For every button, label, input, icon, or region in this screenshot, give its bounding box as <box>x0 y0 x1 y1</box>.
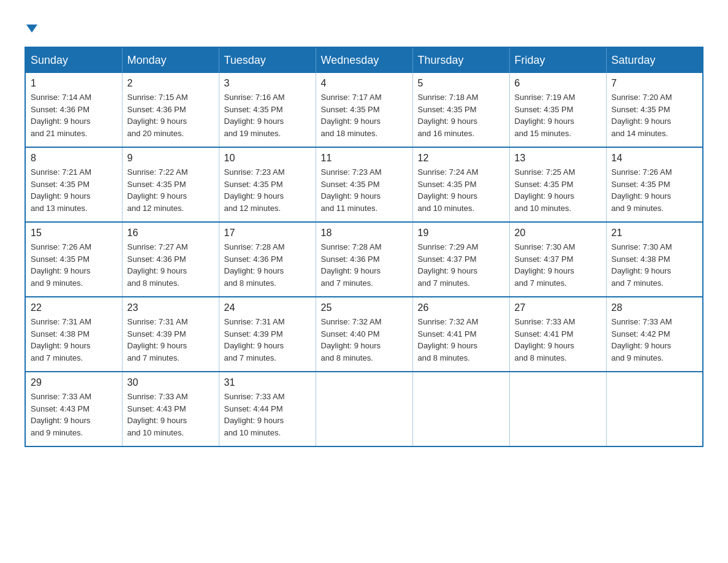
calendar-cell <box>412 372 509 446</box>
calendar-body: 1Sunrise: 7:14 AMSunset: 4:36 PMDaylight… <box>25 73 703 446</box>
day-number: 16 <box>127 228 214 239</box>
day-number: 7 <box>612 78 698 89</box>
day-number: 23 <box>127 302 214 313</box>
calendar-cell <box>316 372 412 446</box>
day-info: Sunrise: 7:24 AMSunset: 4:35 PMDaylight:… <box>418 166 504 214</box>
calendar-cell: 11Sunrise: 7:23 AMSunset: 4:35 PMDayligh… <box>316 147 412 222</box>
logo <box>25 18 37 34</box>
day-number: 30 <box>127 377 214 388</box>
weekday-header-friday: Friday <box>509 47 606 73</box>
calendar-cell: 6Sunrise: 7:19 AMSunset: 4:35 PMDaylight… <box>509 73 606 147</box>
logo-top <box>25 18 37 36</box>
day-info: Sunrise: 7:31 AMSunset: 4:39 PMDaylight:… <box>127 316 214 364</box>
day-info: Sunrise: 7:30 AMSunset: 4:37 PMDaylight:… <box>515 241 601 289</box>
calendar-cell: 1Sunrise: 7:14 AMSunset: 4:36 PMDaylight… <box>25 73 122 147</box>
weekday-header-row: SundayMondayTuesdayWednesdayThursdayFrid… <box>25 47 703 73</box>
calendar-cell: 26Sunrise: 7:32 AMSunset: 4:41 PMDayligh… <box>412 297 509 372</box>
day-info: Sunrise: 7:33 AMSunset: 4:43 PMDaylight:… <box>31 391 117 439</box>
weekday-header-wednesday: Wednesday <box>316 47 412 73</box>
calendar-cell: 15Sunrise: 7:26 AMSunset: 4:35 PMDayligh… <box>25 222 122 297</box>
calendar-cell: 16Sunrise: 7:27 AMSunset: 4:36 PMDayligh… <box>122 222 219 297</box>
day-number: 13 <box>515 153 601 164</box>
day-info: Sunrise: 7:17 AMSunset: 4:35 PMDaylight:… <box>321 91 408 139</box>
weekday-header-tuesday: Tuesday <box>219 47 316 73</box>
day-info: Sunrise: 7:32 AMSunset: 4:41 PMDaylight:… <box>418 316 504 364</box>
calendar-cell: 14Sunrise: 7:26 AMSunset: 4:35 PMDayligh… <box>606 147 703 222</box>
calendar-cell: 28Sunrise: 7:33 AMSunset: 4:42 PMDayligh… <box>606 297 703 372</box>
calendar-cell: 10Sunrise: 7:23 AMSunset: 4:35 PMDayligh… <box>219 147 316 222</box>
day-number: 5 <box>418 78 504 89</box>
day-number: 20 <box>515 228 601 239</box>
calendar-cell: 25Sunrise: 7:32 AMSunset: 4:40 PMDayligh… <box>316 297 412 372</box>
calendar-cell <box>606 372 703 446</box>
day-info: Sunrise: 7:26 AMSunset: 4:35 PMDaylight:… <box>31 241 117 289</box>
day-info: Sunrise: 7:23 AMSunset: 4:35 PMDaylight:… <box>224 166 311 214</box>
calendar-cell: 21Sunrise: 7:30 AMSunset: 4:38 PMDayligh… <box>606 222 703 297</box>
day-number: 12 <box>418 153 504 164</box>
calendar-cell: 5Sunrise: 7:18 AMSunset: 4:35 PMDaylight… <box>412 73 509 147</box>
day-number: 11 <box>321 153 408 164</box>
calendar-cell: 2Sunrise: 7:15 AMSunset: 4:36 PMDaylight… <box>122 73 219 147</box>
weekday-header-monday: Monday <box>122 47 219 73</box>
day-info: Sunrise: 7:30 AMSunset: 4:38 PMDaylight:… <box>612 241 698 289</box>
day-info: Sunrise: 7:33 AMSunset: 4:42 PMDaylight:… <box>612 316 698 364</box>
calendar-cell: 3Sunrise: 7:16 AMSunset: 4:35 PMDaylight… <box>219 73 316 147</box>
calendar-week-row: 29Sunrise: 7:33 AMSunset: 4:43 PMDayligh… <box>25 372 703 446</box>
calendar-cell: 8Sunrise: 7:21 AMSunset: 4:35 PMDaylight… <box>25 147 122 222</box>
day-info: Sunrise: 7:21 AMSunset: 4:35 PMDaylight:… <box>31 166 117 214</box>
day-number: 19 <box>418 228 504 239</box>
day-info: Sunrise: 7:28 AMSunset: 4:36 PMDaylight:… <box>224 241 311 289</box>
day-number: 29 <box>31 377 117 388</box>
day-number: 1 <box>31 78 117 89</box>
day-info: Sunrise: 7:32 AMSunset: 4:40 PMDaylight:… <box>321 316 408 364</box>
day-info: Sunrise: 7:15 AMSunset: 4:36 PMDaylight:… <box>127 91 214 139</box>
day-info: Sunrise: 7:16 AMSunset: 4:35 PMDaylight:… <box>224 91 311 139</box>
calendar-cell: 17Sunrise: 7:28 AMSunset: 4:36 PMDayligh… <box>219 222 316 297</box>
day-number: 14 <box>612 153 698 164</box>
calendar-cell: 13Sunrise: 7:25 AMSunset: 4:35 PMDayligh… <box>509 147 606 222</box>
day-number: 18 <box>321 228 408 239</box>
day-number: 4 <box>321 78 408 89</box>
weekday-header-thursday: Thursday <box>412 47 509 73</box>
calendar-header: SundayMondayTuesdayWednesdayThursdayFrid… <box>25 47 703 73</box>
calendar-cell: 22Sunrise: 7:31 AMSunset: 4:38 PMDayligh… <box>25 297 122 372</box>
day-info: Sunrise: 7:33 AMSunset: 4:43 PMDaylight:… <box>127 391 214 439</box>
calendar-cell: 4Sunrise: 7:17 AMSunset: 4:35 PMDaylight… <box>316 73 412 147</box>
day-number: 24 <box>224 302 311 313</box>
page-header <box>25 18 703 34</box>
day-info: Sunrise: 7:33 AMSunset: 4:41 PMDaylight:… <box>515 316 601 364</box>
day-number: 31 <box>224 377 311 388</box>
day-number: 15 <box>31 228 117 239</box>
day-info: Sunrise: 7:31 AMSunset: 4:39 PMDaylight:… <box>224 316 311 364</box>
calendar-cell: 20Sunrise: 7:30 AMSunset: 4:37 PMDayligh… <box>509 222 606 297</box>
day-number: 9 <box>127 153 214 164</box>
day-info: Sunrise: 7:29 AMSunset: 4:37 PMDaylight:… <box>418 241 504 289</box>
day-number: 17 <box>224 228 311 239</box>
calendar-cell <box>509 372 606 446</box>
day-info: Sunrise: 7:14 AMSunset: 4:36 PMDaylight:… <box>31 91 117 139</box>
calendar-cell: 19Sunrise: 7:29 AMSunset: 4:37 PMDayligh… <box>412 222 509 297</box>
calendar-week-row: 1Sunrise: 7:14 AMSunset: 4:36 PMDaylight… <box>25 73 703 147</box>
day-number: 10 <box>224 153 311 164</box>
day-number: 21 <box>612 228 698 239</box>
day-number: 6 <box>515 78 601 89</box>
calendar-cell: 31Sunrise: 7:33 AMSunset: 4:44 PMDayligh… <box>219 372 316 446</box>
day-info: Sunrise: 7:23 AMSunset: 4:35 PMDaylight:… <box>321 166 408 214</box>
weekday-header-saturday: Saturday <box>606 47 703 73</box>
day-number: 22 <box>31 302 117 313</box>
day-info: Sunrise: 7:18 AMSunset: 4:35 PMDaylight:… <box>418 91 504 139</box>
calendar-cell: 7Sunrise: 7:20 AMSunset: 4:35 PMDaylight… <box>606 73 703 147</box>
day-number: 25 <box>321 302 408 313</box>
weekday-header-sunday: Sunday <box>25 47 122 73</box>
day-info: Sunrise: 7:33 AMSunset: 4:44 PMDaylight:… <box>224 391 311 439</box>
calendar-cell: 9Sunrise: 7:22 AMSunset: 4:35 PMDaylight… <box>122 147 219 222</box>
day-number: 2 <box>127 78 214 89</box>
day-number: 26 <box>418 302 504 313</box>
calendar-week-row: 22Sunrise: 7:31 AMSunset: 4:38 PMDayligh… <box>25 297 703 372</box>
day-info: Sunrise: 7:28 AMSunset: 4:36 PMDaylight:… <box>321 241 408 289</box>
calendar-cell: 29Sunrise: 7:33 AMSunset: 4:43 PMDayligh… <box>25 372 122 446</box>
day-number: 28 <box>612 302 698 313</box>
day-info: Sunrise: 7:31 AMSunset: 4:38 PMDaylight:… <box>31 316 117 364</box>
calendar-cell: 23Sunrise: 7:31 AMSunset: 4:39 PMDayligh… <box>122 297 219 372</box>
day-info: Sunrise: 7:20 AMSunset: 4:35 PMDaylight:… <box>612 91 698 139</box>
